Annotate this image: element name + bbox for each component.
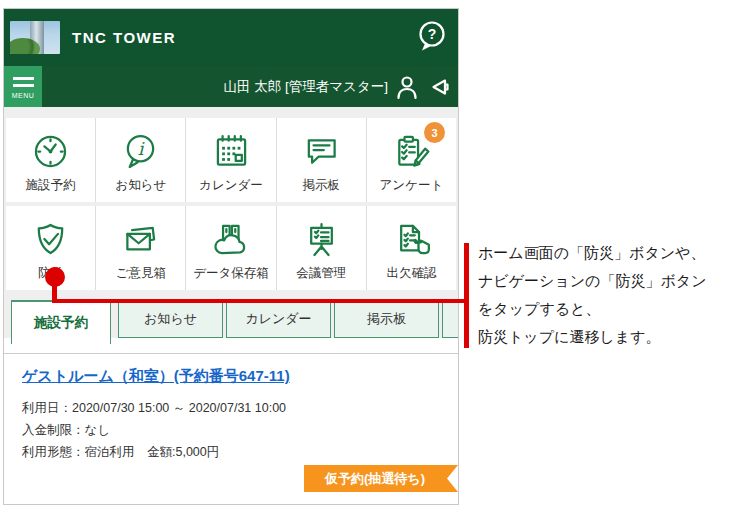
home-grid-item-attendance-check[interactable]: 出欠確認 (366, 206, 456, 290)
home-grid-item-data-storage[interactable]: データ保存箱 (185, 206, 275, 290)
nav-bar: MENU 山田 太郎 [管理者マスター] (4, 66, 458, 107)
user-icon[interactable] (395, 74, 419, 100)
app-title: TNC TOWER (72, 29, 176, 46)
tab-facility-reservation[interactable]: 施設予約 (11, 300, 111, 344)
app-panel: TNC TOWER ? MENU 山田 太郎 [管理者マスター] (3, 8, 459, 505)
home-grid-item-meeting-management[interactable]: 会議管理 (276, 206, 366, 290)
tab-calendar[interactable]: カレンダー (226, 300, 331, 338)
home-icon-grid: 施設予約 i お知らせ (6, 118, 456, 290)
hamburger-icon (13, 77, 34, 80)
megaphone-icon[interactable] (426, 75, 450, 99)
annotation-line: ホーム画面の「防災」ボタンや、 (478, 239, 744, 267)
home-grid-item-news[interactable]: i お知らせ (95, 118, 185, 202)
tab-news[interactable]: お知らせ (118, 300, 223, 338)
bulletin-board-icon (299, 129, 344, 174)
reservation-date: 利用日：2020/07/30 15:00 ～ 2020/07/31 10:00 (22, 397, 440, 419)
presentation-icon (299, 217, 344, 262)
usage-type: 利用形態：宿泊利用 金額:5,000円 (22, 441, 440, 463)
app-header: TNC TOWER ? (4, 9, 458, 66)
tab-partial[interactable] (442, 300, 459, 338)
user-name: 山田 太郎 [管理者マスター] (224, 78, 388, 96)
payment-restriction: 入金制限：なし (22, 419, 440, 441)
menu-button[interactable]: MENU (4, 66, 42, 107)
home-grid-item-facility-reservation[interactable]: 施設予約 (6, 118, 95, 202)
clock-icon (28, 129, 73, 174)
home-grid-item-survey[interactable]: 3 アンケート (366, 118, 456, 202)
cloud-storage-icon (209, 217, 254, 262)
tab-strip: 施設予約 お知らせ カレンダー 掲示板 (4, 300, 458, 353)
annotation-line: ナビゲーションの「防災」ボタン (478, 267, 744, 295)
status-ribbon: 仮予約(抽選待ち) (304, 465, 458, 492)
menu-label: MENU (12, 92, 35, 99)
reservation-card: ゲストルーム（和室）(予約番号647-11) 利用日：2020/07/30 15… (4, 353, 458, 505)
help-button[interactable]: ? (416, 20, 448, 54)
svg-text:?: ? (428, 26, 437, 42)
svg-text:i: i (138, 138, 145, 159)
callout-horizontal-line (52, 299, 469, 303)
home-grid-item-calendar[interactable]: カレンダー (185, 118, 275, 202)
mail-icon (118, 217, 163, 262)
notification-badge: 3 (424, 122, 445, 143)
tab-bulletin-board[interactable]: 掲示板 (334, 300, 439, 338)
calendar-icon (209, 129, 254, 174)
annotation-line: をタップすると、 (478, 295, 744, 323)
home-grid-item-bulletin-board[interactable]: 掲示板 (276, 118, 366, 202)
reservation-link[interactable]: ゲストルーム（和室）(予約番号647-11) (22, 367, 290, 386)
annotation-text: ホーム画面の「防災」ボタンや、 ナビゲーションの「防災」ボタン をタップすると、… (478, 239, 744, 351)
home-grid-item-suggestion-box[interactable]: ご意見箱 (95, 206, 185, 290)
shield-check-icon (28, 217, 73, 262)
attendance-icon (389, 217, 434, 262)
tower-logo-image[interactable] (10, 21, 60, 54)
annotation-line: 防災トップに遷移します。 (478, 323, 744, 351)
callout-vertical-line (464, 243, 469, 348)
help-bubble-icon: ? (416, 20, 448, 54)
info-bubble-icon: i (118, 129, 163, 174)
